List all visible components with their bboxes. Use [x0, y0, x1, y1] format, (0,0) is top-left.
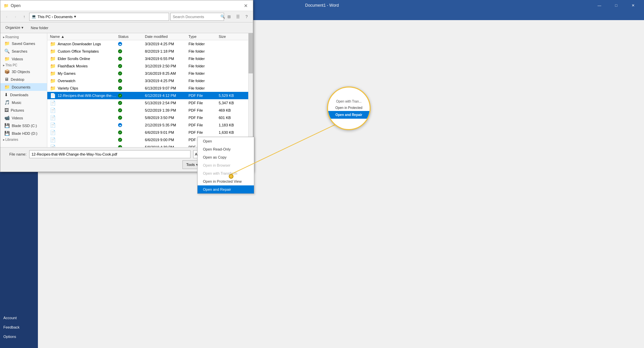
file-date: 5/9/2019 4:39 PM [145, 145, 189, 147]
view-options-button[interactable]: ⊞ [225, 13, 233, 20]
status-dot-green: ✓ [118, 130, 122, 134]
filename-input[interactable] [29, 150, 191, 158]
dialog-close-button[interactable]: ✕ [242, 2, 250, 9]
file-row[interactable]: 📄 ✓ 5/22/2019 1:39 PM PDF File 469 KB [47, 107, 248, 114]
dropdown-item-open-read-only[interactable]: Open Read-Only [198, 145, 254, 153]
file-name-text: My Games [58, 71, 75, 75]
file-name-cell: 📄 [50, 144, 118, 147]
col-size[interactable]: Size [219, 35, 246, 39]
up-button[interactable]: ↑ [20, 13, 28, 20]
folder-icon: 📁 [50, 71, 56, 76]
pdf-icon: 📄 [50, 137, 56, 142]
col-type[interactable]: Type [189, 35, 219, 39]
file-date: 8/2/2019 1:18 PM [145, 49, 189, 53]
file-status: ✓ [118, 86, 145, 90]
file-row[interactable]: 📄 ✓ 5/8/2019 3:50 PM PDF File 601 KB [47, 114, 248, 121]
scrollbar[interactable]: ▲ ▼ [248, 33, 253, 147]
file-name-text: Custom Office Templates [58, 49, 99, 53]
open-dropdown-menu: Open Open Read-Only Open as Copy Open in… [197, 137, 254, 194]
file-name-cell: 📄 [50, 100, 118, 106]
zoom-circle: Open with Tran... Open in Protected Open… [327, 86, 371, 130]
file-name-cell: 📄 12-Recipes-that-Will-Change-the-Way-Y.… [50, 93, 118, 98]
file-name-text: Elder Scrolls Online [58, 57, 90, 61]
back-button[interactable]: ‹ [3, 13, 10, 20]
file-size: 5,347 KB [219, 101, 246, 105]
this-pc-label: ▸This PC [0, 63, 47, 68]
file-row[interactable]: 📁 Amazon Downloader Logs ☁ 3/3/2019 4:25… [47, 40, 248, 48]
file-row[interactable]: 📄 ☁ 2/12/2019 5:35 PM PDF File 1,183 KB [47, 121, 248, 129]
file-type: File folder [189, 64, 219, 68]
file-row[interactable]: 📁 FlashBack Movies ✓ 3/12/2019 2:50 PM F… [47, 62, 248, 70]
forward-button[interactable]: › [12, 13, 19, 20]
status-dot-blue: ☁ [118, 42, 122, 46]
scroll-thumb[interactable] [249, 33, 253, 73]
nav-item-pictures[interactable]: 🖼 Pictures [0, 106, 47, 114]
pdf-icon: 📄 [50, 115, 56, 120]
nav-item-videos[interactable]: 📹 Videos [0, 114, 47, 122]
file-name-cell: 📁 My Games [50, 71, 118, 76]
file-name-text: Amazon Downloader Logs [58, 42, 101, 46]
nav-item-music[interactable]: 🎵 Music [0, 99, 47, 106]
nav-item-documents[interactable]: 📁 Documents [0, 83, 47, 91]
file-date: 3/3/2019 4:25 PM [145, 42, 189, 46]
dropdown-item-open-and-repair[interactable]: Open and Repair [198, 185, 254, 193]
status-dot-green: ✓ [118, 116, 122, 120]
col-name[interactable]: Name ▲ [50, 35, 118, 39]
file-row[interactable]: 📁 Custom Office Templates ✓ 8/2/2019 1:1… [47, 48, 248, 55]
close-button[interactable]: ✕ [625, 0, 641, 11]
file-status: ✓ [118, 101, 145, 105]
nav-item-searches[interactable]: 🔍 Searches [0, 47, 47, 55]
col-date[interactable]: Date modified [145, 35, 189, 39]
nav-item-blade-ssd[interactable]: 💾 Blade SSD (C:) [0, 122, 47, 129]
file-status: ✓ [118, 57, 145, 61]
preview-pane-button[interactable]: ☰ [234, 13, 241, 20]
search-box[interactable]: 🔍 [170, 13, 224, 21]
dropdown-item-open-as-copy[interactable]: Open as Copy [198, 153, 254, 161]
sidebar-feedback[interactable]: Feedback [0, 323, 38, 332]
file-row-selected[interactable]: 📄 12-Recipes-that-Will-Change-the-Way-Y.… [47, 92, 248, 99]
status-dot-green: ✓ [118, 138, 122, 142]
file-list-container: Name ▲ Status Date modified Type Size 📁 … [47, 33, 248, 147]
roaming-label: ▸Roaming [0, 35, 47, 40]
file-name-cell: 📄 [50, 108, 118, 113]
nav-item-desktop[interactable]: 🖥 Desktop [0, 75, 47, 83]
search-input[interactable] [173, 15, 219, 19]
dialog-title-icon: 📁 [4, 3, 9, 8]
nav-item-videos-roaming[interactable]: 📁 Videos [0, 55, 47, 63]
status-dot-blue: ☁ [118, 123, 122, 127]
file-row[interactable]: 📁 Variety Clips ✓ 6/13/2019 9:07 PM File… [47, 84, 248, 92]
col-status[interactable]: Status [118, 35, 145, 39]
new-folder-button[interactable]: New folder [29, 25, 51, 31]
file-row[interactable]: 📁 My Games ✓ 3/16/2019 8:25 AM File fold… [47, 70, 248, 77]
file-row[interactable]: 📄 ✓ 6/6/2019 9:01 PM PDF File 1,630 KB [47, 129, 248, 136]
dropdown-item-open-in-browser: Open in Browser [198, 161, 254, 169]
sidebar-account[interactable]: Account [0, 313, 38, 323]
file-row[interactable]: 📁 Overwatch ✓ 3/3/2019 4:25 PM File fold… [47, 77, 248, 84]
nav-item-downloads[interactable]: ⬇ Downloads [0, 91, 47, 99]
file-size: 601 KB [219, 116, 246, 120]
sidebar-options[interactable]: Options [0, 332, 38, 341]
file-row[interactable]: 📄 ✓ 5/13/2019 2:54 PM PDF File 5,347 KB [47, 99, 248, 107]
nav-item-3d-objects[interactable]: 📦 3D Objects [0, 68, 47, 75]
pdf-icon: 📄 [50, 93, 56, 98]
tools-label: Tools [186, 163, 195, 167]
help-button[interactable]: ? [243, 13, 250, 20]
file-date: 5/13/2019 2:54 PM [145, 101, 189, 105]
nav-item-blade-hdd[interactable]: 💾 Blade HDD (D:) [0, 129, 47, 137]
minimize-button[interactable]: — [592, 0, 607, 11]
folder-icon: 📁 [50, 41, 56, 47]
organize-button[interactable]: Organize ▾ [3, 24, 26, 31]
maximize-button[interactable]: □ [608, 0, 624, 11]
file-date: 6/13/2019 9:07 PM [145, 86, 189, 90]
file-status: ✓ [118, 79, 145, 83]
folder-icon: 📁 [50, 63, 56, 69]
dropdown-item-open[interactable]: Open [198, 137, 254, 145]
file-row[interactable]: 📁 Elder Scrolls Online ✓ 3/4/2019 6:55 P… [47, 55, 248, 62]
nav-item-saved-games[interactable]: 📁 Saved Games [0, 40, 47, 47]
file-type: PDF File [189, 130, 219, 134]
dropdown-item-open-in-protected-view[interactable]: Open in Protected View [198, 177, 254, 185]
breadcrumb[interactable]: 💻 This PC › Documents ▾ [29, 13, 169, 21]
file-type: File folder [189, 79, 219, 83]
yellow-dot-indicator [229, 174, 233, 179]
folder-icon: 📁 [50, 49, 56, 54]
